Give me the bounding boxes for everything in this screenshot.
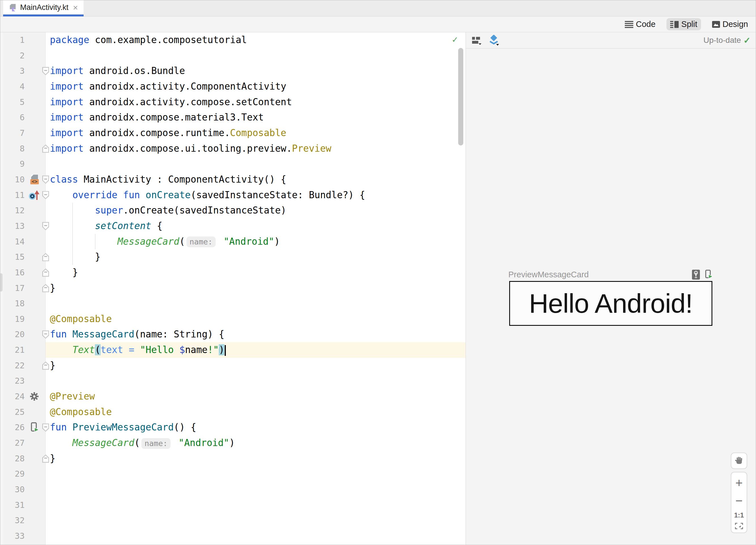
code-token: androidx.activity.compose.setContent	[84, 96, 292, 107]
code-token: }	[50, 283, 56, 294]
line-number: 30	[3, 482, 25, 497]
code-text[interactable]: }	[46, 265, 466, 281]
override-icon[interactable]	[27, 189, 41, 201]
gutter-cell: 15	[3, 249, 46, 265]
gutter-cell: 20	[3, 327, 46, 342]
code-token: override	[72, 189, 117, 200]
zoom-actual-size-button[interactable]: 1:1	[731, 511, 747, 519]
zoom-to-fit-button[interactable]	[731, 523, 747, 529]
interactive-mode-icon[interactable]	[692, 269, 700, 280]
code-line: 33	[3, 528, 466, 544]
line-number: 22	[3, 358, 25, 374]
code-editor[interactable]: 1package com.example.composetutorial23im…	[3, 32, 466, 545]
code-text[interactable]: }	[46, 249, 466, 265]
mode-design-button[interactable]: Design	[708, 18, 752, 30]
pan-tool-button[interactable]	[731, 453, 747, 469]
code-token: MessageCard	[72, 437, 134, 448]
code-token: fun	[50, 422, 67, 433]
code-text[interactable]: }	[46, 451, 466, 467]
code-line: 10<>class MainActivity : ComponentActivi…	[3, 172, 466, 187]
code-token	[173, 437, 179, 448]
gutter-cell: 23	[3, 373, 46, 389]
code-text[interactable]	[46, 513, 466, 528]
gutter-cell: 6	[3, 110, 46, 125]
line-number: 29	[3, 466, 25, 482]
code-token: }	[50, 453, 56, 464]
gutter-cell: 33	[3, 528, 46, 544]
inspections-ok-icon[interactable]: ✓	[452, 34, 458, 45]
code-text[interactable]: MessageCard(name: "Android")	[46, 435, 466, 451]
code-token: import	[50, 96, 84, 107]
code-line: 9	[3, 156, 466, 172]
run-on-device-icon[interactable]	[704, 269, 713, 280]
code-token: (	[95, 344, 101, 355]
layers-icon[interactable]	[488, 35, 499, 46]
run-preview-icon[interactable]	[27, 421, 41, 434]
code-text[interactable]	[46, 528, 466, 544]
code-line: 18	[3, 296, 466, 311]
code-line: 19@Composable	[3, 311, 466, 327]
code-line: 22}	[3, 358, 466, 374]
code-text[interactable]: @Composable	[46, 404, 466, 420]
code-line: 8import androidx.compose.ui.tooling.prev…	[3, 141, 466, 156]
code-token: import	[50, 143, 84, 154]
code-text[interactable]: import androidx.activity.ComponentActivi…	[46, 79, 466, 94]
code-text[interactable]: @Preview	[46, 389, 466, 404]
code-token: androidx.activity.ComponentActivity	[84, 81, 286, 92]
line-number: 11	[3, 187, 25, 203]
code-token: Preview	[292, 143, 331, 154]
code-text[interactable]: @Composable	[46, 311, 466, 327]
code-text[interactable]: }	[46, 358, 466, 374]
code-text[interactable]: import android.os.Bundle	[46, 63, 466, 79]
line-number: 28	[3, 451, 25, 467]
tab-mainactivity[interactable]: MainActivity.kt ×	[3, 0, 84, 16]
code-text[interactable]	[46, 482, 466, 497]
code-text[interactable]: Text(text = "Hello $name!")	[46, 342, 466, 358]
code-token: Composable	[230, 127, 286, 138]
code-text[interactable]: import androidx.compose.runtime.Composab…	[46, 125, 466, 141]
code-text[interactable]: super.onCreate(savedInstanceState)	[46, 203, 466, 218]
code-icon	[625, 21, 633, 28]
code-text[interactable]	[46, 466, 466, 482]
code-text[interactable]	[46, 156, 466, 172]
code-text[interactable]: override fun onCreate(savedInstanceState…	[46, 187, 466, 203]
code-token	[67, 422, 73, 433]
mode-split-button[interactable]: Split	[666, 18, 701, 30]
code-text[interactable]: MessageCard(name: "Android")	[46, 234, 466, 249]
line-number: 26	[3, 420, 25, 435]
code-text[interactable]: import androidx.compose.material3.Text	[46, 110, 466, 125]
code-text[interactable]: fun MessageCard(name: String) {	[46, 327, 466, 342]
code-text[interactable]: import androidx.activity.compose.setCont…	[46, 94, 466, 110]
code-text[interactable]	[46, 48, 466, 63]
line-number: 16	[3, 265, 25, 281]
code-text[interactable]	[46, 373, 466, 389]
activity-icon[interactable]: <>	[27, 173, 41, 186]
code-text[interactable]: fun PreviewMessageCard() {	[46, 420, 466, 435]
code-text[interactable]: setContent {	[46, 218, 466, 234]
view-options-icon[interactable]	[472, 36, 482, 45]
code-text[interactable]: }	[46, 281, 466, 296]
code-text[interactable]	[46, 544, 466, 545]
preview-gear-icon[interactable]	[27, 390, 41, 403]
gutter-cell: 1	[3, 32, 46, 48]
mode-code-button[interactable]: Code	[621, 18, 659, 30]
editor-scrollbar[interactable]	[458, 48, 463, 145]
tool-stripe-handle[interactable]	[0, 274, 3, 292]
gutter-cell: 31	[3, 497, 46, 513]
code-token: package	[50, 34, 89, 45]
line-number: 27	[3, 435, 25, 451]
preview-rendered-text: Hello Android!	[529, 288, 693, 319]
code-line: 16 }	[3, 265, 466, 281]
zoom-in-button[interactable]: +	[731, 476, 747, 490]
code-text[interactable]: import androidx.compose.ui.tooling.previ…	[46, 141, 466, 156]
code-text[interactable]	[46, 497, 466, 513]
code-text[interactable]: class MainActivity : ComponentActivity()…	[46, 172, 466, 187]
line-number: 23	[3, 373, 25, 389]
code-text[interactable]: package com.example.composetutorial	[46, 32, 466, 48]
zoom-out-button[interactable]: −	[731, 494, 747, 508]
preview-status-badge[interactable]: Up-to-date ✓	[704, 35, 751, 45]
close-icon[interactable]: ×	[73, 3, 78, 12]
code-token: )	[229, 437, 235, 448]
code-text[interactable]	[46, 296, 466, 311]
line-number: 32	[3, 513, 25, 528]
